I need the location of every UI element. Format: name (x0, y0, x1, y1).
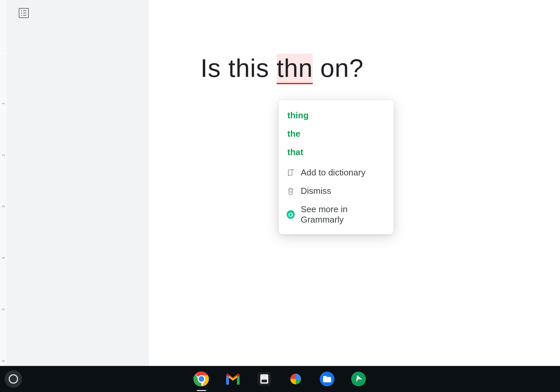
launcher-icon (9, 374, 18, 384)
taskbar-app-files[interactable] (318, 370, 336, 388)
taskbar-app-notes[interactable] (256, 370, 273, 388)
document-outline-panel (7, 0, 149, 368)
ruler-mark-3: 3 (1, 205, 5, 209)
taskbar-app-photos[interactable] (287, 370, 304, 388)
svg-rect-3 (226, 376, 229, 385)
document-body-text[interactable]: Is this thn on? (200, 53, 364, 83)
taskbar-app-clover[interactable] (350, 370, 367, 388)
taskbar-app-gmail[interactable] (224, 370, 242, 388)
ruler-mark-6: 6 (1, 359, 5, 363)
text-segment-after: on? (313, 54, 364, 82)
document-outline-toggle[interactable] (19, 8, 29, 18)
add-to-dictionary-action[interactable]: Add to dictionary (279, 163, 394, 182)
clover-icon (351, 371, 367, 387)
suggestion-item[interactable]: the (279, 125, 394, 143)
add-to-dictionary-label: Add to dictionary (301, 167, 366, 178)
files-icon (319, 371, 335, 387)
ruler-mark-1: 1 (1, 102, 5, 106)
photos-icon (288, 371, 304, 387)
ruler-mark-2: 2 (1, 153, 5, 157)
taskbar-dock (193, 370, 367, 388)
trash-icon (287, 187, 295, 195)
launcher-button[interactable] (5, 370, 22, 388)
suggestion-item[interactable]: that (279, 143, 394, 161)
ruler-mark-5: 5 (1, 307, 5, 311)
vertical-ruler: 1 2 3 4 5 6 (0, 0, 7, 368)
dismiss-label: Dismiss (301, 186, 331, 196)
taskbar (0, 366, 560, 392)
ruler-mark-4: 4 (1, 256, 5, 260)
grammarly-icon (287, 210, 295, 219)
screen: 1 2 3 4 5 6 (0, 0, 560, 392)
svg-rect-4 (237, 376, 240, 385)
gmail-icon (225, 372, 241, 386)
spellcheck-suggestion-popup: thing the that Add to dictionary Dismiss (279, 100, 394, 234)
see-more-grammarly-label: See more in Grammarly (301, 204, 386, 225)
suggestion-item[interactable]: thing (279, 106, 394, 125)
active-app-indicator (197, 390, 206, 391)
see-more-grammarly-action[interactable]: See more in Grammarly (279, 200, 394, 229)
svg-rect-7 (262, 380, 267, 382)
add-to-dictionary-icon (287, 169, 295, 177)
misspelled-word[interactable]: thn (277, 54, 313, 84)
dismiss-action[interactable]: Dismiss (279, 182, 394, 200)
chrome-icon (193, 371, 209, 387)
text-segment-before: Is this (200, 54, 277, 82)
taskbar-app-chrome[interactable] (193, 370, 210, 388)
notes-icon (257, 372, 272, 386)
